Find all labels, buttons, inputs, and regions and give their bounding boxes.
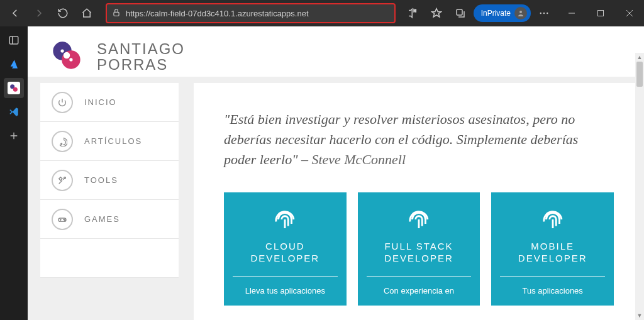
svg-point-5 — [543, 13, 545, 14]
inprivate-badge[interactable]: InPrivate — [474, 4, 531, 22]
nav-label: GAMES — [84, 214, 120, 224]
card-title-line2: DEVELOPER — [518, 253, 587, 263]
nav-item-empty — [40, 239, 179, 278]
forward-button[interactable] — [28, 2, 50, 25]
nav-label: INICIO — [84, 97, 117, 107]
back-button[interactable] — [4, 2, 26, 25]
page-scrollbar[interactable]: ▲ ▼ — [635, 53, 644, 320]
profile-avatar-icon — [514, 7, 527, 19]
quote-author: Steve McConnell — [311, 152, 406, 167]
card-title-line1: FULL STACK — [384, 241, 453, 251]
tools-icon — [52, 170, 73, 191]
nav-label: ARTÍCULOS — [84, 136, 142, 146]
svg-point-4 — [540, 13, 541, 14]
site-header: SANTIAGO PORRAS — [28, 26, 644, 77]
card-title-line2: DEVELOPER — [384, 253, 453, 263]
site-logo-icon — [50, 39, 83, 74]
svg-rect-0 — [114, 12, 119, 16]
window-maximize-button[interactable] — [586, 0, 615, 26]
card-title-line2: DEVELOPER — [250, 253, 319, 263]
refresh-button[interactable] — [52, 2, 74, 25]
window-close-button[interactable] — [615, 0, 644, 26]
home-button[interactable] — [75, 2, 98, 25]
svg-rect-7 — [598, 11, 604, 16]
inprivate-label: InPrivate — [481, 9, 511, 18]
url-text: https://calm-field-07dd3c410.1.azurestat… — [126, 9, 309, 18]
collections-button[interactable] — [450, 2, 471, 25]
scroll-up-icon[interactable]: ▲ — [635, 53, 644, 62]
favorites-button[interactable] — [426, 2, 447, 25]
svg-point-10 — [13, 87, 18, 92]
card-fullstack-developer[interactable]: FULL STACKDEVELOPER Con experiencia en — [358, 192, 480, 306]
svg-point-16 — [61, 143, 62, 145]
nav-item-games[interactable]: GAMES — [40, 200, 179, 239]
nav-item-inicio[interactable]: INICIO — [40, 83, 179, 122]
gamepad-icon — [52, 209, 73, 230]
svg-point-3 — [519, 11, 522, 13]
sidebar-tab-manager-icon[interactable] — [4, 30, 24, 50]
address-bar[interactable]: https://calm-field-07dd3c410.1.azurestat… — [106, 3, 396, 23]
power-icon — [52, 92, 73, 113]
svg-point-15 — [69, 58, 72, 61]
sidebar-vscode-icon[interactable] — [4, 102, 24, 122]
card-desc: Con experiencia en — [367, 285, 472, 297]
rss-icon — [52, 131, 73, 152]
card-title-line1: MOBILE — [531, 241, 574, 251]
svg-text:N: N — [413, 9, 416, 13]
svg-point-14 — [60, 49, 64, 52]
sidebar-add-button[interactable] — [4, 126, 24, 146]
browser-titlebar: https://calm-field-07dd3c410.1.azurestat… — [0, 0, 644, 26]
sidebar-azure-icon[interactable] — [4, 54, 24, 74]
svg-point-13 — [64, 52, 70, 58]
card-title-line1: CLOUD — [265, 241, 305, 251]
hero-quote: "Está bien investigar y resolver misteri… — [224, 109, 614, 170]
window-minimize-button[interactable] — [557, 0, 586, 26]
fingerprint-icon — [233, 206, 338, 235]
site-side-nav: INICIO ARTÍCULOS TOOLS — [28, 83, 179, 320]
nav-item-articulos[interactable]: ARTÍCULOS — [40, 122, 179, 161]
more-button[interactable] — [533, 2, 555, 25]
card-mobile-developer[interactable]: MOBILEDEVELOPER Tus aplicaciones — [491, 192, 614, 306]
fingerprint-icon — [367, 206, 472, 235]
brand-line2: PORRAS — [97, 57, 185, 72]
brand-line1: SANTIAGO — [97, 41, 185, 57]
svg-rect-2 — [457, 9, 462, 15]
svg-point-6 — [547, 13, 548, 14]
card-desc: Lleva tus aplicaciones — [233, 285, 338, 297]
nav-item-tools[interactable]: TOOLS — [40, 161, 179, 200]
nav-label: TOOLS — [84, 175, 118, 185]
card-desc: Tus aplicaciones — [500, 285, 605, 297]
edge-sidebar — [0, 26, 28, 320]
main-content: "Está bien investigar y resolver misteri… — [194, 83, 644, 320]
scroll-thumb[interactable] — [636, 62, 643, 87]
card-cloud-developer[interactable]: CLOUDDEVELOPER Lleva tus aplicaciones — [224, 192, 347, 306]
sidebar-site-favicon[interactable] — [4, 78, 24, 98]
fingerprint-icon — [500, 206, 605, 235]
read-aloud-button[interactable]: N — [402, 2, 423, 25]
lock-icon — [112, 8, 121, 19]
svg-point-20 — [64, 219, 65, 220]
scroll-down-icon[interactable]: ▼ — [635, 311, 644, 320]
svg-rect-8 — [9, 36, 18, 44]
